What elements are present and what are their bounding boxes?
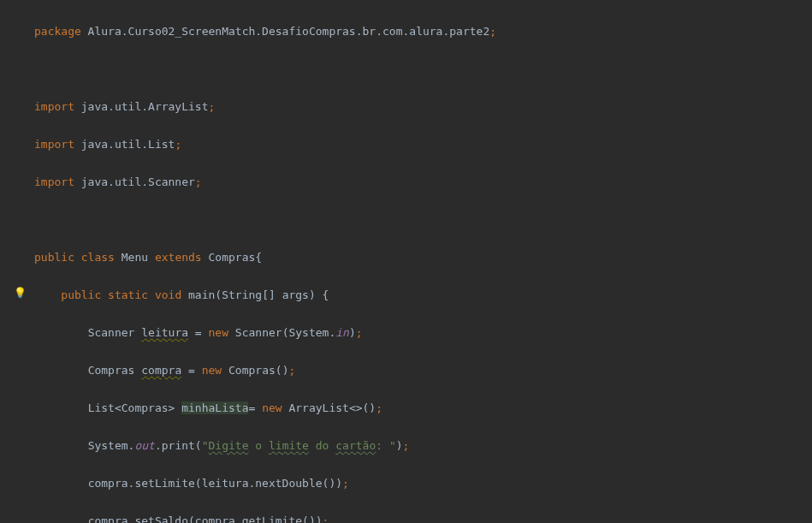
code-line: import java.util.ArrayList; [31,98,812,116]
code-line: compra.setSaldo(compra.getLimite()); [31,512,812,523]
code-line: public static void main(String[] args) { [31,286,812,305]
code-line: import java.util.List; [31,135,812,154]
code-line [31,60,812,79]
gutter: 💡 [0,0,31,523]
code-area[interactable]: package Alura.Curso02_ScreenMatch.Desafi… [31,0,812,523]
intention-bulb-icon[interactable]: 💡 [14,283,27,302]
code-editor[interactable]: 💡 package Alura.Curso02_ScreenMatch.Desa… [0,0,812,523]
code-line: public class Menu extends Compras{ [31,248,812,267]
code-line: import java.util.Scanner; [31,173,812,192]
code-line: List<Compras> minhaLista= new ArrayList<… [31,399,812,418]
code-line: Compras compra = new Compras(); [31,361,812,380]
code-line: package Alura.Curso02_ScreenMatch.Desafi… [31,22,812,41]
code-line: compra.setLimite(leitura.nextDouble()); [31,474,812,493]
code-line: Scanner leitura = new Scanner(System.in)… [31,324,812,342]
code-line: System.out.print("Digite o limite do car… [31,437,812,455]
code-line [31,211,812,229]
